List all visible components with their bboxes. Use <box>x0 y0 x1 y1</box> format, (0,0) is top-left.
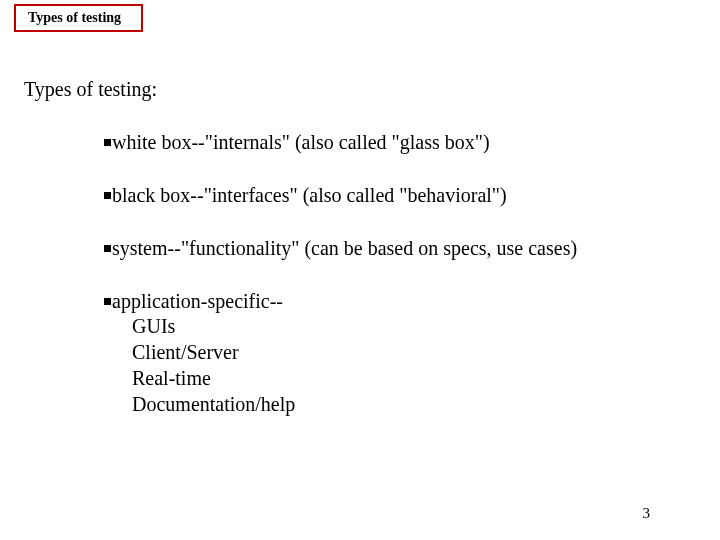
page-number: 3 <box>643 505 651 522</box>
bullet-application-specific: application-specific-- GUIs Client/Serve… <box>104 290 686 417</box>
sub-list: GUIs Client/Server Real-time Documentati… <box>104 313 686 417</box>
bullet-text: white box--"internals" (also called "gla… <box>112 131 490 153</box>
bullet-text: application-specific-- <box>112 290 283 312</box>
bullet-list: white box--"internals" (also called "gla… <box>24 131 696 417</box>
bullet-white-box: white box--"internals" (also called "gla… <box>104 131 686 154</box>
sub-item: GUIs <box>132 313 686 339</box>
bullet-system: system--"functionality" (can be based on… <box>104 237 686 260</box>
header-box: Types of testing <box>14 4 143 32</box>
subtitle: Types of testing: <box>24 78 696 101</box>
bullet-text: system--"functionality" (can be based on… <box>112 237 577 259</box>
sub-item: Documentation/help <box>132 391 686 417</box>
sub-item: Real-time <box>132 365 686 391</box>
header-title: Types of testing <box>28 10 121 25</box>
bullet-text: black box--"interfaces" (also called "be… <box>112 184 507 206</box>
content-area: Types of testing: white box--"internals"… <box>24 78 696 419</box>
bullet-black-box: black box--"interfaces" (also called "be… <box>104 184 686 207</box>
sub-item: Client/Server <box>132 339 686 365</box>
